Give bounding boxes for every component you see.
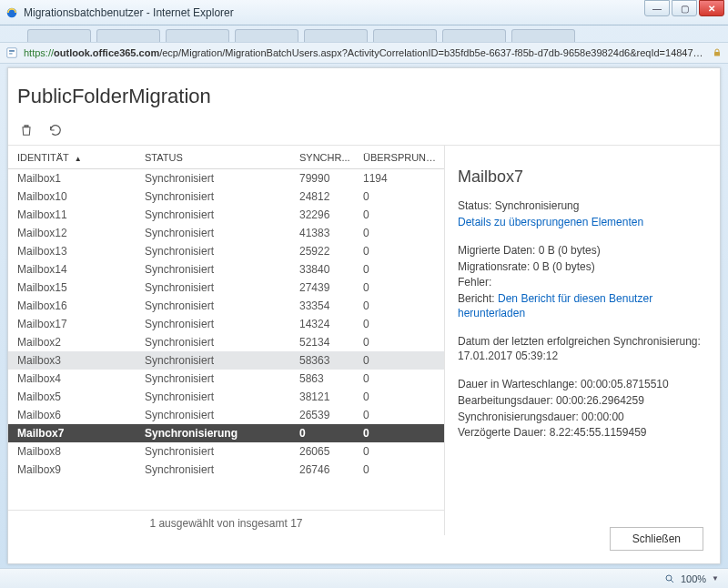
cell-identity: Mailbox3 bbox=[12, 354, 139, 367]
browser-tab[interactable] bbox=[442, 29, 506, 42]
cell-skipped: 0 bbox=[358, 190, 440, 203]
window-maximize-button[interactable]: ▢ bbox=[672, 0, 697, 16]
cell-identity: Mailbox7 bbox=[12, 427, 139, 440]
cell-synced: 25922 bbox=[294, 245, 358, 258]
page-content: PublicFolderMigration IDENTITÄT▲ STATUS … bbox=[7, 67, 721, 564]
table-row[interactable]: Mailbox7Synchronisierung00 bbox=[8, 424, 444, 442]
table-row[interactable]: Mailbox14Synchronisiert338400 bbox=[8, 260, 444, 279]
detail-errors: Fehler: bbox=[458, 276, 709, 290]
table-row[interactable]: Mailbox10Synchronisiert248120 bbox=[8, 188, 444, 206]
address-bar[interactable]: https://outlook.office365.com/ecp/Migrat… bbox=[0, 42, 728, 64]
detail-status: Status: Synchronisierung bbox=[458, 199, 709, 214]
cell-identity: Mailbox2 bbox=[12, 336, 139, 349]
col-skipped[interactable]: ÜBERSPRUNGENE... bbox=[358, 152, 440, 163]
cell-status: Synchronisiert bbox=[139, 299, 294, 312]
cell-identity: Mailbox5 bbox=[12, 390, 139, 403]
browser-tab[interactable] bbox=[235, 29, 298, 42]
table-row[interactable]: Mailbox17Synchronisiert143240 bbox=[8, 315, 444, 333]
browser-tab[interactable] bbox=[27, 29, 91, 42]
table-row[interactable]: Mailbox16Synchronisiert333540 bbox=[8, 297, 444, 315]
cell-synced: 27439 bbox=[294, 281, 358, 294]
cell-skipped: 1194 bbox=[358, 172, 440, 185]
detail-delayed-duration: Verzögerte Dauer: 8.22:45:55.1159459 bbox=[458, 426, 709, 441]
svg-line-6 bbox=[671, 580, 673, 583]
refresh-icon[interactable] bbox=[48, 123, 63, 137]
cell-status: Synchronisiert bbox=[139, 172, 294, 185]
table-row[interactable]: Mailbox4Synchronisiert58630 bbox=[8, 370, 444, 388]
window-close-button[interactable]: ✕ bbox=[699, 0, 724, 16]
sort-asc-icon: ▲ bbox=[75, 155, 82, 163]
lock-icon bbox=[712, 47, 723, 58]
cell-identity: Mailbox15 bbox=[12, 281, 139, 294]
col-synced[interactable]: SYNCHR... bbox=[294, 152, 358, 163]
ie-icon bbox=[5, 6, 18, 19]
cell-status: Synchronisiert bbox=[139, 372, 294, 385]
table-row[interactable]: Mailbox8Synchronisiert260650 bbox=[8, 442, 444, 461]
cell-skipped: 0 bbox=[358, 354, 440, 367]
cell-synced: 5863 bbox=[294, 372, 358, 385]
cell-status: Synchronisiert bbox=[139, 190, 294, 203]
col-status[interactable]: STATUS bbox=[139, 152, 294, 163]
svg-rect-2 bbox=[9, 50, 15, 52]
cell-synced: 14324 bbox=[294, 318, 358, 330]
cell-synced: 52134 bbox=[294, 336, 358, 349]
migration-grid: IDENTITÄT▲ STATUS SYNCHR... ÜBERSPRUNGEN… bbox=[8, 146, 444, 510]
cell-synced: 33840 bbox=[294, 263, 358, 276]
delete-icon[interactable] bbox=[19, 123, 34, 137]
zoom-icon[interactable] bbox=[664, 573, 675, 584]
grid-body[interactable]: Mailbox1Synchronisiert799901194Mailbox10… bbox=[8, 169, 444, 508]
zoom-dropdown-icon[interactable]: ▼ bbox=[712, 574, 719, 583]
close-button[interactable]: Schließen bbox=[610, 527, 703, 551]
cell-skipped: 0 bbox=[358, 336, 440, 349]
cell-status: Synchronisiert bbox=[139, 208, 294, 221]
cell-status: Synchronisiert bbox=[139, 227, 294, 239]
svg-rect-4 bbox=[714, 52, 720, 56]
table-row[interactable]: Mailbox2Synchronisiert521340 bbox=[8, 333, 444, 351]
table-row[interactable]: Mailbox5Synchronisiert381210 bbox=[8, 388, 444, 406]
table-row[interactable]: Mailbox15Synchronisiert274390 bbox=[8, 279, 444, 297]
browser-tab[interactable] bbox=[166, 29, 229, 42]
browser-status-bar: 100% ▼ bbox=[0, 568, 728, 588]
grid-header-row: IDENTITÄT▲ STATUS SYNCHR... ÜBERSPRUNGEN… bbox=[8, 146, 444, 169]
site-favicon bbox=[5, 46, 18, 59]
cell-identity: Mailbox8 bbox=[12, 445, 139, 458]
table-row[interactable]: Mailbox11Synchronisiert322960 bbox=[8, 206, 444, 224]
cell-status: Synchronisiert bbox=[139, 409, 294, 421]
cell-synced: 41383 bbox=[294, 227, 358, 239]
cell-identity: Mailbox4 bbox=[12, 372, 139, 385]
cell-skipped: 0 bbox=[358, 445, 440, 458]
cell-identity: Mailbox11 bbox=[12, 208, 139, 221]
cell-status: Synchronisiert bbox=[139, 245, 294, 258]
skipped-items-link[interactable]: Details zu übersprungenen Elementen bbox=[458, 216, 643, 228]
cell-identity: Mailbox12 bbox=[12, 227, 139, 239]
cell-identity: Mailbox14 bbox=[12, 263, 139, 276]
cell-skipped: 0 bbox=[358, 427, 440, 440]
detail-pane: Mailbox7 Status: Synchronisierung Detail… bbox=[445, 146, 720, 535]
browser-tab[interactable] bbox=[511, 29, 575, 42]
browser-tab[interactable] bbox=[304, 29, 368, 42]
cell-status: Synchronisiert bbox=[139, 281, 294, 294]
detail-migration-rate: Migrationsrate: 0 B (0 bytes) bbox=[458, 260, 709, 275]
table-row[interactable]: Mailbox12Synchronisiert413830 bbox=[8, 224, 444, 242]
table-row[interactable]: Mailbox1Synchronisiert799901194 bbox=[8, 169, 444, 188]
table-row[interactable]: Mailbox9Synchronisiert267460 bbox=[8, 461, 444, 479]
detail-last-sync: Datum der letzten erfolgreichen Synchron… bbox=[458, 335, 709, 363]
browser-tab-strip bbox=[0, 25, 728, 42]
col-identity[interactable]: IDENTITÄT▲ bbox=[12, 152, 139, 163]
zoom-level[interactable]: 100% bbox=[681, 573, 706, 584]
cell-synced: 33354 bbox=[294, 299, 358, 312]
cell-skipped: 0 bbox=[358, 245, 440, 258]
window-minimize-button[interactable]: — bbox=[644, 0, 670, 16]
table-row[interactable]: Mailbox6Synchronisiert265390 bbox=[8, 406, 444, 424]
address-url: https://outlook.office365.com/ecp/Migrat… bbox=[24, 47, 706, 58]
cell-status: Synchronisiert bbox=[139, 390, 294, 403]
browser-tab[interactable] bbox=[96, 29, 160, 42]
table-row[interactable]: Mailbox3Synchronisiert583630 bbox=[8, 351, 444, 370]
cell-synced: 24812 bbox=[294, 190, 358, 203]
cell-synced: 26065 bbox=[294, 445, 358, 458]
page-title: PublicFolderMigration bbox=[8, 68, 720, 123]
browser-tab[interactable] bbox=[373, 29, 437, 42]
cell-status: Synchronisiert bbox=[139, 463, 294, 476]
window-title: Migrationsbatchbenutzer - Internet Explo… bbox=[24, 6, 234, 19]
table-row[interactable]: Mailbox13Synchronisiert259220 bbox=[8, 242, 444, 260]
